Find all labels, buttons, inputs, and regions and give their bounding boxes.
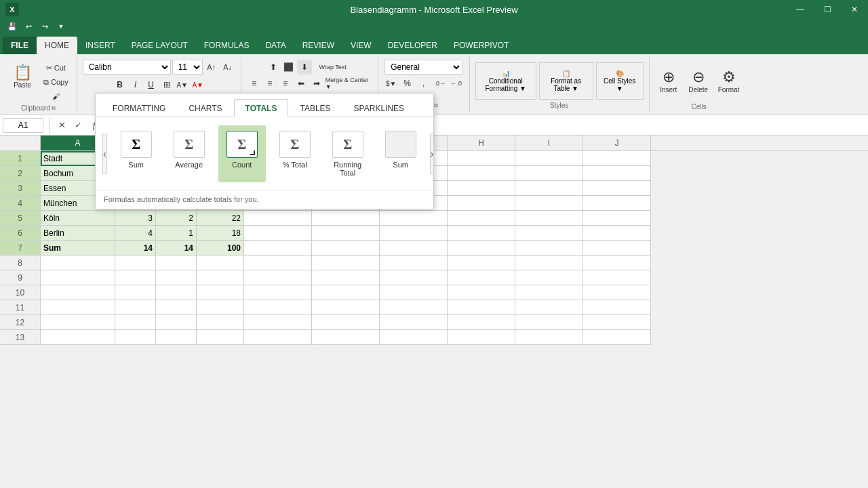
- qa-tab-charts[interactable]: CHARTS: [177, 99, 233, 117]
- number-format-select[interactable]: General: [384, 60, 462, 75]
- cell-e11[interactable]: [244, 300, 312, 315]
- format-painter-button[interactable]: 🖌: [41, 89, 71, 103]
- tab-home[interactable]: HOME: [37, 37, 77, 54]
- customize-qat-button[interactable]: ▼: [54, 20, 68, 33]
- cell-g12[interactable]: [380, 315, 448, 330]
- cell-e6[interactable]: [244, 226, 312, 241]
- cell-a13[interactable]: [41, 330, 115, 345]
- cell-d13[interactable]: [197, 330, 244, 345]
- row-num-12[interactable]: 12: [0, 315, 41, 330]
- cell-j12[interactable]: [583, 315, 651, 330]
- col-header-h[interactable]: H: [448, 136, 515, 150]
- cell-styles-button[interactable]: 🎨 Cell Styles ▼: [596, 62, 644, 100]
- cell-f5[interactable]: [312, 211, 380, 226]
- cell-c6[interactable]: 1: [156, 226, 197, 241]
- cell-c8[interactable]: [156, 256, 197, 270]
- cell-i1[interactable]: [515, 151, 583, 166]
- cell-h5[interactable]: [448, 211, 515, 226]
- cell-j2[interactable]: [583, 166, 651, 181]
- cell-c11[interactable]: [156, 300, 197, 315]
- cell-h10[interactable]: [448, 285, 515, 300]
- align-middle-button[interactable]: ⬛: [281, 60, 296, 75]
- cell-d6[interactable]: 18: [197, 226, 244, 241]
- qa-tab-totals[interactable]: TOTALS: [234, 99, 289, 117]
- row-num-9[interactable]: 9: [0, 270, 41, 285]
- redo-qat-button[interactable]: ↪: [38, 20, 52, 33]
- cell-f11[interactable]: [312, 300, 380, 315]
- cell-d7[interactable]: 100 ⚡: [197, 241, 244, 256]
- row-num-6[interactable]: 6: [0, 226, 41, 241]
- cell-j9[interactable]: [583, 270, 651, 285]
- cell-h12[interactable]: [448, 315, 515, 330]
- cell-h9[interactable]: [448, 270, 515, 285]
- accounting-button[interactable]: $▼: [384, 76, 399, 91]
- insert-cells-button[interactable]: ⊕ Insert: [655, 61, 682, 102]
- qa-tab-formatting[interactable]: FORMATTING: [101, 99, 177, 117]
- qa-tab-sparklines[interactable]: SPARKLINES: [342, 99, 416, 117]
- cell-d10[interactable]: [197, 285, 244, 300]
- row-num-5[interactable]: 5: [0, 211, 41, 226]
- cell-f9[interactable]: [312, 270, 380, 285]
- cell-e9[interactable]: [244, 270, 312, 285]
- undo-qat-button[interactable]: ↩: [22, 20, 35, 33]
- row-num-4[interactable]: 4: [0, 196, 41, 211]
- align-center-button[interactable]: ≡: [262, 76, 277, 91]
- col-header-j[interactable]: J: [583, 136, 651, 150]
- qa-item-sum[interactable]: Σ Sum: [113, 125, 160, 182]
- cell-j3[interactable]: [583, 181, 651, 196]
- tab-review[interactable]: REVIEW: [294, 37, 342, 54]
- cell-f8[interactable]: [312, 256, 380, 270]
- tab-data[interactable]: DATA: [257, 37, 294, 54]
- cell-e5[interactable]: [244, 211, 312, 226]
- number-dialog-icon[interactable]: ⧉: [434, 102, 438, 109]
- cell-i7[interactable]: [515, 241, 583, 256]
- conditional-formatting-button[interactable]: 📊 Conditional Formatting ▼: [475, 62, 536, 100]
- qa-item-count[interactable]: Σ Count: [218, 125, 266, 182]
- cell-h1[interactable]: [448, 151, 515, 166]
- cell-j6[interactable]: [583, 226, 651, 241]
- cell-f6[interactable]: [312, 226, 380, 241]
- cell-i4[interactable]: [515, 196, 583, 211]
- cell-g8[interactable]: [380, 256, 448, 270]
- cell-i13[interactable]: [515, 330, 583, 345]
- cell-f10[interactable]: [312, 285, 380, 300]
- cell-e7[interactable]: [244, 241, 312, 256]
- border-button[interactable]: ⊞: [159, 77, 174, 92]
- cancel-formula-button[interactable]: ✕: [55, 119, 68, 132]
- cell-i6[interactable]: [515, 226, 583, 241]
- cell-e12[interactable]: [244, 315, 312, 330]
- cell-h7[interactable]: [448, 241, 515, 256]
- cell-a9[interactable]: [41, 270, 115, 285]
- row-num-1[interactable]: 1: [0, 151, 41, 166]
- cell-d5[interactable]: 22: [197, 211, 244, 226]
- cut-button[interactable]: ✂ Cut: [41, 61, 71, 75]
- merge-center-button[interactable]: Merge & Center ▼: [325, 76, 372, 91]
- qa-item-sum2[interactable]: Sum: [377, 125, 425, 182]
- qa-item-percent-total[interactable]: Σ % Total: [271, 125, 319, 182]
- qa-prev-button[interactable]: ‹: [102, 134, 107, 174]
- close-button[interactable]: ✕: [841, 0, 868, 19]
- cell-c10[interactable]: [156, 285, 197, 300]
- font-size-select[interactable]: 11: [172, 60, 203, 75]
- row-num-8[interactable]: 8: [0, 256, 41, 270]
- cell-i5[interactable]: [515, 211, 583, 226]
- fill-color-button[interactable]: A▼: [175, 77, 190, 92]
- cell-i9[interactable]: [515, 270, 583, 285]
- cell-i3[interactable]: [515, 181, 583, 196]
- tab-file[interactable]: FILE: [3, 37, 37, 54]
- cell-e8[interactable]: [244, 256, 312, 270]
- cell-g7[interactable]: [380, 241, 448, 256]
- cell-g10[interactable]: [380, 285, 448, 300]
- align-left-button[interactable]: ≡: [247, 76, 262, 91]
- row-num-10[interactable]: 10: [0, 285, 41, 300]
- cell-j7[interactable]: [583, 241, 651, 256]
- percent-button[interactable]: %: [400, 76, 415, 91]
- comma-button[interactable]: ,: [416, 76, 431, 91]
- cell-d9[interactable]: [197, 270, 244, 285]
- cell-f13[interactable]: [312, 330, 380, 345]
- cell-h2[interactable]: [448, 166, 515, 181]
- align-right-button[interactable]: ≡: [278, 76, 293, 91]
- wrap-text-button[interactable]: Wrap Text: [313, 60, 353, 75]
- cell-b10[interactable]: [115, 285, 156, 300]
- cell-e10[interactable]: [244, 285, 312, 300]
